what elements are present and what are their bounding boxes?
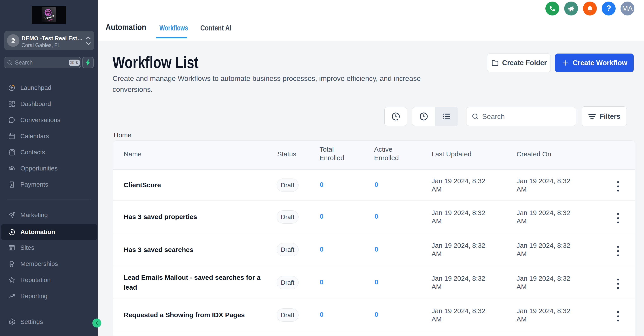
svg-text:$: $	[11, 183, 13, 186]
